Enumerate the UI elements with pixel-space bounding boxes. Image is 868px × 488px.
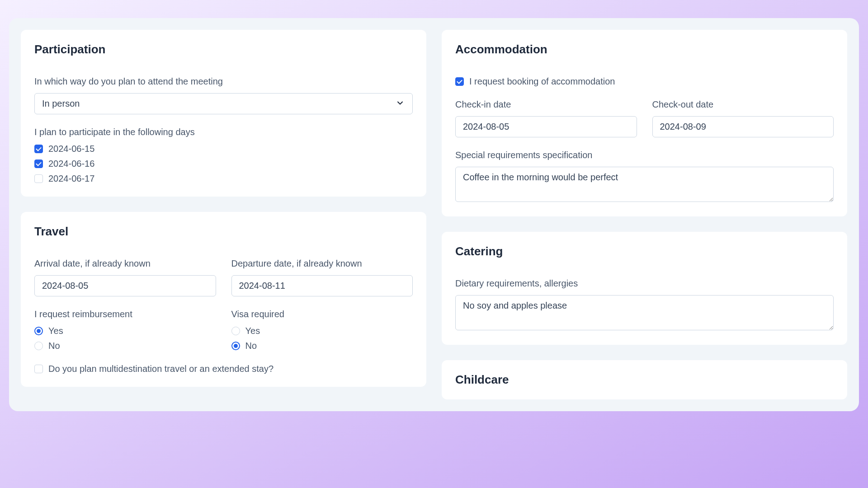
checkin-label: Check-in date — [455, 99, 637, 110]
day-checkbox-0[interactable]: 2024-06-15 — [34, 144, 413, 154]
attendance-select[interactable]: In person — [34, 93, 413, 114]
days-label: I plan to participate in the following d… — [34, 127, 413, 137]
visa-yes-label: Yes — [245, 326, 260, 336]
checkbox-icon — [34, 365, 43, 373]
checkout-label: Check-out date — [652, 99, 834, 110]
accommodation-title: Accommodation — [455, 42, 834, 56]
travel-options-row: I request reimbursement Yes No Visa requ… — [34, 309, 413, 351]
checkin-input[interactable] — [455, 116, 637, 137]
dietary-input[interactable] — [455, 295, 834, 330]
days-field-group: I plan to participate in the following d… — [34, 127, 413, 184]
visa-radio-no[interactable]: No — [231, 341, 413, 351]
special-input[interactable] — [455, 167, 834, 202]
accommodation-card: Accommodation I request booking of accom… — [442, 30, 847, 216]
reimbursement-field-group: I request reimbursement Yes No — [34, 309, 216, 351]
day-label-1: 2024-06-16 — [48, 159, 94, 169]
reimbursement-radio-no[interactable]: No — [34, 341, 216, 351]
radio-icon — [34, 342, 43, 350]
left-column: Participation In which way do you plan t… — [21, 30, 426, 399]
right-column: Accommodation I request booking of accom… — [442, 30, 847, 399]
arrival-field-group: Arrival date, if already known — [34, 258, 216, 296]
departure-input[interactable] — [231, 275, 413, 296]
participation-title: Participation — [34, 42, 413, 56]
accommodation-request-checkbox[interactable]: I request booking of accommodation — [455, 76, 834, 87]
reimbursement-radio-yes[interactable]: Yes — [34, 326, 216, 336]
radio-icon — [231, 342, 240, 350]
arrival-label: Arrival date, if already known — [34, 258, 216, 269]
departure-label: Departure date, if already known — [231, 258, 413, 269]
visa-field-group: Visa required Yes No — [231, 309, 413, 351]
catering-title: Catering — [455, 244, 834, 258]
arrival-input[interactable] — [34, 275, 216, 296]
travel-card: Travel Arrival date, if already known De… — [21, 212, 426, 387]
checkout-input[interactable] — [652, 116, 834, 137]
visa-radio-yes[interactable]: Yes — [231, 326, 413, 336]
multidest-label: Do you plan multidestination travel or a… — [48, 364, 274, 374]
day-checkbox-1[interactable]: 2024-06-16 — [34, 159, 413, 169]
checkbox-icon — [455, 77, 464, 86]
checkbox-icon — [34, 174, 43, 183]
dietary-field-group: Dietary requirements, allergies — [455, 278, 834, 332]
checkbox-icon — [34, 145, 43, 153]
travel-dates-row: Arrival date, if already known Departure… — [34, 258, 413, 296]
attendance-label: In which way do you plan to attend the m… — [34, 76, 413, 87]
accommodation-request-label: I request booking of accommodation — [469, 76, 615, 87]
childcare-card: Childcare — [442, 360, 847, 399]
checkout-field-group: Check-out date — [652, 99, 834, 137]
checkin-field-group: Check-in date — [455, 99, 637, 137]
reimbursement-label: I request reimbursement — [34, 309, 216, 319]
radio-icon — [231, 327, 240, 335]
day-label-0: 2024-06-15 — [48, 144, 94, 154]
accommodation-dates-row: Check-in date Check-out date — [455, 99, 834, 137]
form-container: Participation In which way do you plan t… — [9, 18, 859, 411]
special-field-group: Special requirements specification — [455, 150, 834, 204]
travel-title: Travel — [34, 225, 413, 239]
attendance-select-wrapper: In person — [34, 93, 413, 114]
departure-field-group: Departure date, if already known — [231, 258, 413, 296]
visa-label: Visa required — [231, 309, 413, 319]
reimbursement-yes-label: Yes — [48, 326, 63, 336]
dietary-label: Dietary requirements, allergies — [455, 278, 834, 289]
attendance-field-group: In which way do you plan to attend the m… — [34, 76, 413, 114]
checkbox-icon — [34, 160, 43, 168]
multidest-checkbox[interactable]: Do you plan multidestination travel or a… — [34, 364, 413, 374]
catering-card: Catering Dietary requirements, allergies — [442, 232, 847, 345]
participation-card: Participation In which way do you plan t… — [21, 30, 426, 197]
special-label: Special requirements specification — [455, 150, 834, 160]
radio-icon — [34, 327, 43, 335]
day-checkbox-2[interactable]: 2024-06-17 — [34, 174, 413, 184]
childcare-title: Childcare — [455, 373, 834, 387]
visa-no-label: No — [245, 341, 257, 351]
day-label-2: 2024-06-17 — [48, 174, 94, 184]
reimbursement-no-label: No — [48, 341, 60, 351]
